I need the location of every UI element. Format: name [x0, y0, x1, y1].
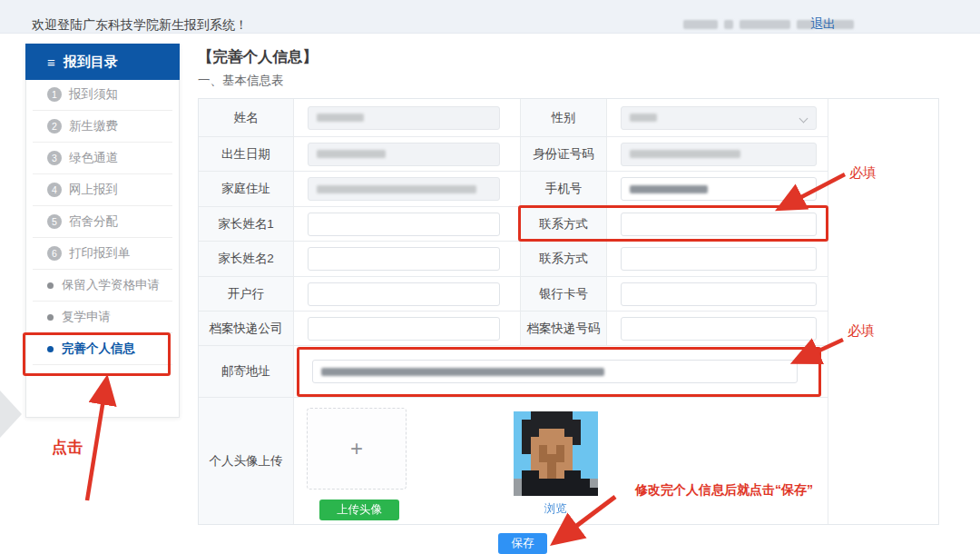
annotation-required-contact: 必填	[849, 164, 877, 182]
courier-number-label: 档案快递号码	[521, 312, 607, 346]
sidebar-item-label: 绿色通道	[69, 150, 118, 166]
bank-branch-input[interactable]	[308, 282, 500, 306]
step-5-badge: 5	[47, 214, 62, 229]
plus-icon: +	[350, 436, 363, 461]
parent2-name-input[interactable]	[308, 247, 500, 271]
mailing-address-input[interactable]	[312, 360, 798, 383]
sidebar-item-label: 网上报到	[69, 182, 118, 198]
save-button[interactable]: 保存	[498, 533, 547, 554]
gender-label: 性别	[521, 99, 607, 137]
avatar-photo	[514, 411, 598, 496]
courier-company-input[interactable]	[308, 317, 500, 341]
name-input[interactable]	[308, 106, 500, 130]
step-6-badge: 6	[47, 246, 62, 261]
sidebar-item-lvse-tongdao[interactable]: 3 绿色通道	[33, 143, 172, 174]
sidebar-item-sushe-fenpei[interactable]: 5 宿舍分配	[33, 206, 172, 238]
avatar-dropzone[interactable]: +	[307, 408, 407, 490]
annotation-required-mail: 必填	[848, 322, 875, 340]
annotation-save-note: 修改完个人信息后就点击“保存”	[635, 482, 813, 499]
hamburger-icon: ≡	[47, 54, 55, 70]
logout-link[interactable]: 退出	[810, 16, 836, 33]
bank-card-label: 银行卡号	[521, 277, 607, 312]
idcard-input[interactable]	[621, 143, 817, 166]
welcome-text: 欢迎登陆广东科技学院新生报到系统！	[32, 17, 248, 34]
sidebar-item-label: 完善个人信息	[62, 341, 135, 357]
parent2-name-label: 家长姓名2	[199, 242, 294, 277]
sidebar-header: ≡ 报到目录	[25, 44, 180, 80]
sidebar-item-label: 新生缴费	[69, 118, 118, 134]
avatar-upload-label: 个人头像上传	[199, 398, 294, 524]
parent1-name-label: 家长姓名1	[199, 207, 294, 242]
mailing-address-label: 邮寄地址	[199, 346, 294, 398]
parent1-name-input[interactable]	[308, 213, 500, 236]
top-bar: 欢迎登陆广东科技学院新生报到系统！ 退出	[0, 0, 980, 34]
bank-branch-label: 开户行	[199, 277, 294, 312]
parent1-contact-input[interactable]	[621, 213, 817, 236]
courier-number-input[interactable]	[621, 317, 817, 341]
courier-company-label: 档案快递公司	[199, 312, 294, 346]
sidebar-item-fuxue-shenqing[interactable]: 复学申请	[33, 302, 172, 333]
sidebar-title: 报到目录	[64, 54, 118, 71]
avatar-upload-cell: + 上传头像 浏览	[294, 398, 828, 524]
bullet-icon	[47, 314, 54, 321]
parent2-contact-label: 联系方式	[521, 242, 607, 277]
annotation-click: 点击	[52, 437, 83, 458]
home-address-input[interactable]	[308, 177, 500, 201]
home-address-label: 家庭住址	[199, 172, 294, 207]
sidebar-item-baodao-xuzhi[interactable]: 1 报到须知	[33, 79, 172, 111]
sidebar-item-dayin-baodaodan[interactable]: 6 打印报到单	[33, 238, 172, 270]
bank-card-input[interactable]	[621, 282, 817, 306]
birthdate-input[interactable]	[308, 143, 500, 166]
sidebar-item-label: 报到须知	[69, 86, 118, 103]
step-1-badge: 1	[47, 87, 62, 102]
bullet-icon	[47, 282, 54, 289]
form-card: 姓名 性别 出生日期 身份证号码 家庭住址 手机号 家长姓名1 联系方式 家长姓…	[198, 98, 939, 525]
collapse-handle-icon[interactable]	[0, 391, 22, 438]
bullet-icon	[47, 346, 54, 352]
sidebar-item-baoliu-ruxue[interactable]: 保留入学资格申请	[33, 270, 172, 302]
sidebar-item-label: 复学申请	[62, 309, 111, 325]
sidebar-item-wangshang-baodao[interactable]: 4 网上报到	[33, 174, 172, 206]
chevron-down-icon	[799, 114, 808, 123]
page-title: 【完善个人信息】	[198, 47, 318, 67]
gender-select[interactable]	[621, 106, 817, 130]
idcard-label: 身份证号码	[521, 137, 607, 172]
step-2-badge: 2	[47, 119, 62, 134]
phone-label: 手机号	[521, 172, 607, 207]
sidebar-item-xinsheng-jiaofei[interactable]: 2 新生缴费	[33, 111, 172, 143]
step-3-badge: 3	[47, 151, 62, 165]
phone-input[interactable]	[621, 177, 817, 201]
upload-avatar-button[interactable]: 上传头像	[319, 500, 399, 520]
sidebar-item-label: 宿舍分配	[69, 213, 118, 230]
step-4-badge: 4	[47, 183, 62, 197]
sidebar-item-label: 打印报到单	[69, 245, 131, 262]
parent2-contact-input[interactable]	[621, 247, 817, 271]
basic-info-table: 姓名 性别 出生日期 身份证号码 家庭住址 手机号 家长姓名1 联系方式 家长姓…	[199, 99, 828, 524]
name-label: 姓名	[199, 99, 294, 137]
parent1-contact-label: 联系方式	[521, 207, 607, 242]
section-subtitle: 一、基本信息表	[198, 73, 284, 89]
browse-link[interactable]: 浏览	[514, 501, 598, 517]
sidebar: ≡ 报到目录 1 报到须知 2 新生缴费 3 绿色通道 4 网上报到 5 宿舍分…	[25, 44, 180, 418]
sidebar-item-wanshan-geren-xinxi[interactable]: 完善个人信息	[33, 333, 172, 365]
sidebar-item-label: 保留入学资格申请	[62, 277, 160, 293]
birthdate-label: 出生日期	[199, 137, 294, 172]
